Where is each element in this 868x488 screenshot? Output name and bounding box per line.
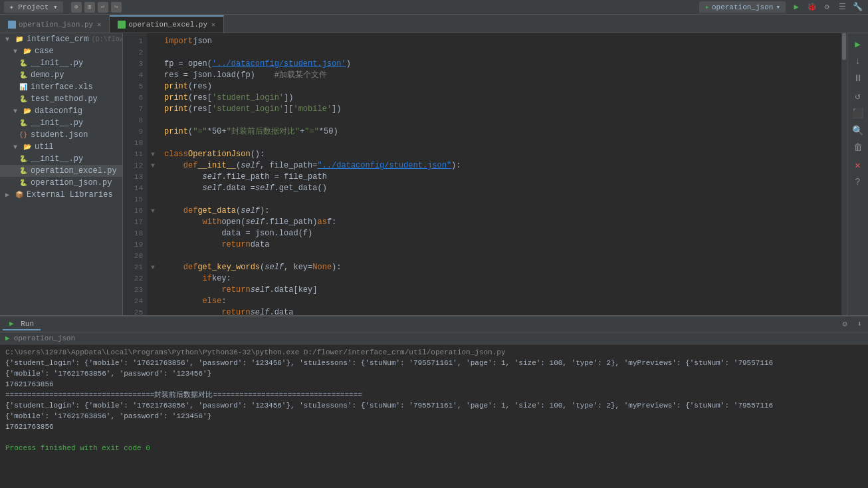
console-cmd-line: C:\Users\12978\AppData\Local\Programs\Py… — [5, 347, 863, 358]
code-editor[interactable]: 1 2 3 4 5 6 7 8 9 10 11 12 13 14 15 16 1… — [123, 33, 847, 315]
toolbar-icon-1[interactable]: ⊕ — [71, 2, 82, 13]
code-line-14: self.data = self.get_data() — [164, 183, 836, 194]
code-line-22: if key: — [164, 273, 836, 285]
console-separator: ==================================封装前后数据… — [5, 390, 863, 400]
coverage-button[interactable]: ☰ — [835, 2, 849, 13]
project-dropdown[interactable]: ✦ Project ▾ — [4, 1, 63, 13]
sidebar-init-dataconfig[interactable]: 🐍 __init__.py — [0, 117, 122, 129]
sidebar-demo[interactable]: 🐍 demo.py — [0, 69, 122, 81]
code-content[interactable]: import json fp = open('../dataconfig/stu… — [159, 33, 841, 315]
sidebar-interface-xls[interactable]: 📊 interface.xls — [0, 81, 122, 93]
console-output[interactable]: C:\Users\12978\AppData\Local\Programs\Py… — [0, 344, 868, 488]
editor-area: 1 2 3 4 5 6 7 8 9 10 11 12 13 14 15 16 1… — [123, 33, 847, 315]
console-output-4: {'student_login': {'mobile': '1762176385… — [5, 400, 863, 411]
tab-close-json[interactable]: ✕ — [97, 21, 101, 29]
sidebar-op-excel-label: operation_excel.py — [31, 166, 117, 176]
sidebar-util-label: util — [35, 142, 54, 152]
run-tab[interactable]: ▶ Run — [3, 318, 41, 330]
toolbar-icons: ⊕ ⊞ ↩ ↪ — [71, 2, 122, 13]
tab-close-excel[interactable]: ✕ — [211, 21, 215, 29]
sidebar-root[interactable]: ▼ 📁 interface_crm (D:\flower\ — [0, 33, 122, 45]
sidebar-ext-label: External Libraries — [27, 190, 113, 199]
more-run-button[interactable]: ⚙ — [820, 2, 833, 13]
console-blank — [5, 432, 863, 443]
code-line-6: print(res['student_login']) — [164, 92, 836, 104]
run-config[interactable]: ✦ operation_json ▾ — [699, 1, 786, 13]
close-icon[interactable]: ✕ — [850, 157, 866, 173]
ext-icon: 📦 — [15, 190, 24, 199]
sidebar-operation-excel[interactable]: 🐍 operation_excel.py — [0, 165, 122, 177]
sidebar-init-dataconfig-label: __init__.py — [31, 118, 83, 128]
close-panel-icon[interactable]: ⬇ — [853, 318, 865, 330]
stop-icon[interactable]: ⬛ — [850, 105, 866, 121]
sidebar-root-label: interface_crm — [27, 35, 89, 44]
dataconfig-folder-icon: 📂 — [23, 106, 32, 116]
debug-button[interactable]: 🐞 — [805, 2, 818, 13]
step-down-icon[interactable]: ↓ — [850, 53, 866, 69]
rerun-icon[interactable]: ↺ — [850, 88, 866, 104]
sidebar-init-case[interactable]: 🐍 __init__.py — [0, 57, 122, 69]
code-line-3: fp = open('../dataconfig/student.json') — [164, 59, 836, 70]
main-content: ▼ 📁 interface_crm (D:\flower\ ▼ 📂 case 🐍… — [0, 33, 868, 315]
sidebar-student-json[interactable]: {} student.json — [0, 129, 122, 141]
root-path: (D:\flower\ — [92, 36, 123, 43]
root-folder-icon: 📁 — [15, 35, 24, 44]
json-icon: {} — [19, 130, 28, 140]
py-icon-3: 🐍 — [19, 94, 28, 104]
toolbar-icon-3[interactable]: ↩ — [98, 2, 108, 13]
tab-label-excel: operation_excel.py — [128, 21, 207, 29]
sidebar-dataconfig[interactable]: ▼ 📂 dataconfig — [0, 105, 122, 117]
top-bar-right: ✦ operation_json ▾ ▶ 🐞 ⚙ ☰ 🔧 — [699, 1, 864, 13]
fold-gutter: ▼ ▼ ▼ ▼ — [147, 33, 159, 315]
toolbar-icon-2[interactable]: ⊞ — [84, 2, 95, 13]
py-tab-icon — [8, 21, 16, 29]
run-label-text: operation_json — [14, 334, 75, 342]
py-icon-4: 🐍 — [19, 118, 28, 128]
util-chevron: ▼ — [11, 142, 20, 152]
run-button[interactable]: ▶ — [790, 2, 803, 13]
file-tree: ▼ 📁 interface_crm (D:\flower\ ▼ 📂 case 🐍… — [0, 33, 123, 315]
tab-operation-json[interactable]: operation_json.py ✕ — [0, 17, 110, 33]
console-output-2: {'mobile': '17621763856', 'password': '1… — [5, 368, 863, 379]
root-chevron: ▼ — [3, 35, 12, 44]
sidebar-test-method[interactable]: 🐍 test_method.py — [0, 93, 122, 105]
top-bar-left: ✦ Project ▾ ⊕ ⊞ ↩ ↪ — [4, 1, 122, 13]
excel-tab-icon — [118, 21, 126, 29]
console-output-3: 17621763856 — [5, 379, 863, 390]
code-line-13: self.file_path = file_path — [164, 172, 836, 183]
sidebar-init-util-label: __init__.py — [31, 154, 83, 164]
sidebar-init-case-label: __init__.py — [31, 59, 83, 68]
util-folder-icon: 📂 — [23, 142, 32, 152]
tab-label-json: operation_json.py — [19, 21, 93, 29]
code-line-25: return self.data — [164, 307, 836, 315]
code-line-23: return self.data[key] — [164, 285, 836, 296]
run-panel-icons: ▶ ↓ ⏸ ↺ ⬛ 🔍 🗑 ✕ ? — [847, 33, 868, 315]
case-folder-icon: 📂 — [23, 47, 32, 56]
file-tabs: operation_json.py ✕ operation_excel.py ✕ — [0, 15, 868, 33]
run-icon[interactable]: ▶ — [850, 36, 866, 52]
code-line-16: def get_data(self): — [164, 205, 836, 217]
sidebar-ext-libraries[interactable]: ▶ 📦 External Libraries — [0, 189, 122, 201]
toolbar-icon-4[interactable]: ↪ — [111, 2, 122, 13]
sidebar-util[interactable]: ▼ 📂 util — [0, 141, 122, 153]
tab-operation-excel[interactable]: operation_excel.py ✕ — [110, 15, 224, 33]
editor-scrollbar[interactable] — [841, 33, 847, 315]
settings-icon[interactable]: ⚙ — [839, 318, 851, 330]
bottom-panel: ▶ Run ⚙ ⬇ ▶ operation_json C:\Users\1297… — [0, 315, 868, 488]
sidebar-demo-label: demo.py — [31, 70, 64, 80]
help-icon[interactable]: ? — [850, 174, 866, 190]
profiler-button[interactable]: 🔧 — [851, 2, 864, 13]
sidebar-init-util[interactable]: 🐍 __init__.py — [0, 153, 122, 165]
py-icon-6: 🐍 — [19, 166, 28, 176]
pause-icon[interactable]: ⏸ — [850, 70, 866, 86]
sidebar-test-label: test_method.py — [31, 94, 98, 104]
clear-icon[interactable]: 🗑 — [850, 140, 866, 156]
code-line-18: data = json.load(f) — [164, 228, 836, 239]
code-line-7: print(res['student_login']['mobile']) — [164, 104, 836, 115]
scrollbar-thumb[interactable] — [842, 33, 846, 60]
dataconfig-chevron: ▼ — [11, 106, 20, 116]
code-line-2 — [164, 47, 836, 59]
search-icon[interactable]: 🔍 — [850, 122, 866, 138]
sidebar-operation-json[interactable]: 🐍 operation_json.py — [0, 177, 122, 189]
sidebar-item-case[interactable]: ▼ 📂 case — [0, 45, 122, 57]
